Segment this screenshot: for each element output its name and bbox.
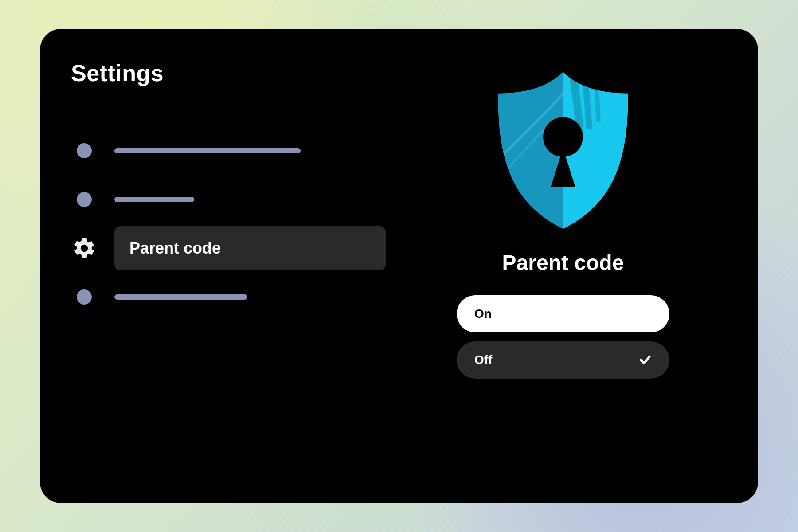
sidebar-item-placeholder[interactable] [71,175,386,224]
sidebar-item-placeholder[interactable] [71,126,386,175]
sidebar-item-label [114,197,386,202]
sidebar-item-label: Parent code [114,226,386,270]
option-list: On Off [457,295,669,379]
shield-lock-icon [479,64,647,233]
gear-icon [71,235,98,262]
check-icon [638,353,652,367]
option-off[interactable]: Off [457,341,669,379]
shield-lock-icon [483,64,643,233]
menu-dot-icon [71,137,98,164]
gear-icon [72,236,97,261]
sidebar-item-label [114,294,386,300]
page-title: Settings [71,60,386,86]
menu-dot-icon [71,284,98,310]
sidebar-item-placeholder[interactable] [71,273,386,321]
detail-pane: Parent code On Off [403,29,758,503]
option-on[interactable]: On [457,295,669,332]
option-label: Off [474,353,492,367]
settings-menu: Parent code [71,126,386,321]
settings-sidebar: Settings Parent [40,29,403,503]
sidebar-item-parent-code[interactable]: Parent code [71,224,386,273]
sidebar-item-label [114,148,386,153]
detail-title: Parent code [502,250,624,275]
menu-dot-icon [71,186,98,213]
settings-panel: Settings Parent [40,29,758,503]
option-label: On [474,307,492,321]
